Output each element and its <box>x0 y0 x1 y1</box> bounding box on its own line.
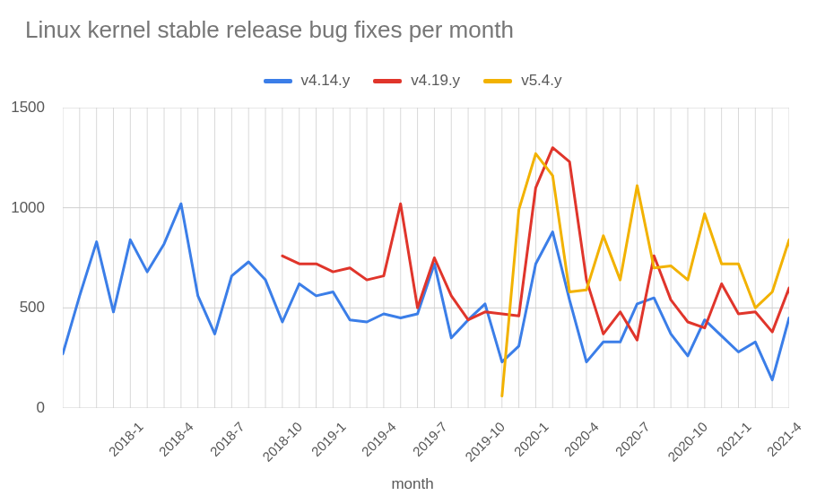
legend-item-v414: v4.14.y <box>264 72 351 90</box>
legend-item-v419: v4.19.y <box>373 72 460 90</box>
x-tick-label: 2018-7 <box>206 419 247 459</box>
legend-swatch <box>373 79 402 83</box>
y-tick-label: 1500 <box>0 99 45 117</box>
plot-area <box>63 108 789 408</box>
x-tick-label: 2018-1 <box>105 419 145 459</box>
legend-label: v4.14.y <box>301 72 351 90</box>
chart-svg <box>63 108 789 408</box>
x-tick-label: 2018-4 <box>156 419 196 459</box>
x-tick-label: 2019-4 <box>359 419 399 459</box>
y-tick-label: 0 <box>0 399 45 417</box>
x-tick-label: 2018-10 <box>259 419 305 465</box>
y-tick-label: 500 <box>0 299 45 317</box>
x-tick-label: 2021-1 <box>713 419 753 459</box>
legend: v4.14.y v4.19.y v5.4.y <box>0 72 825 90</box>
x-tick-label: 2021-4 <box>764 419 804 459</box>
x-tick-label: 2020-7 <box>612 419 652 459</box>
x-tick-label: 2019-1 <box>308 419 348 459</box>
legend-label: v4.19.y <box>411 72 460 90</box>
x-tick-label: 2020-1 <box>510 419 551 459</box>
legend-swatch <box>264 79 292 83</box>
x-tick-label: 2019-7 <box>409 419 449 459</box>
x-axis-label: month <box>0 475 825 493</box>
y-tick-label: 1000 <box>0 199 45 217</box>
x-tick-label: 2020-4 <box>561 419 602 459</box>
x-tick-label: 2020-10 <box>664 419 710 465</box>
x-tick-label: 2019-10 <box>462 419 508 465</box>
chart-title: Linux kernel stable release bug fixes pe… <box>25 16 514 44</box>
legend-item-v54: v5.4.y <box>483 72 561 90</box>
legend-swatch <box>483 79 512 83</box>
legend-label: v5.4.y <box>521 72 561 90</box>
